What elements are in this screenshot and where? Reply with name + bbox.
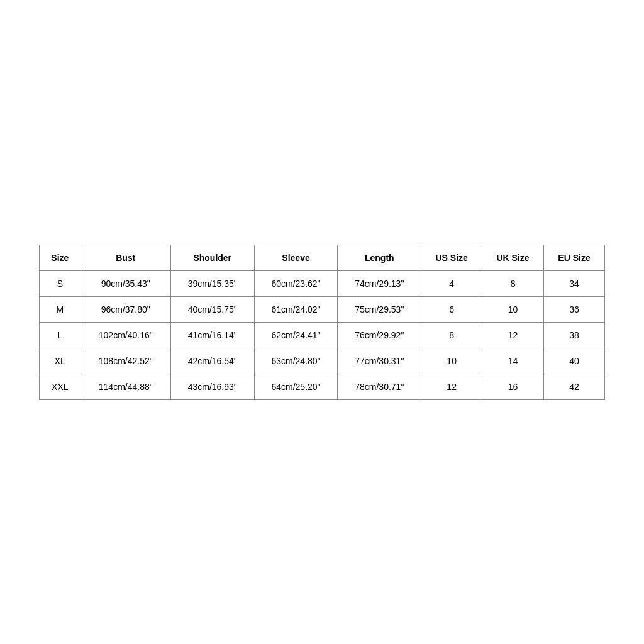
header-sleeve: Sleeve xyxy=(254,245,338,270)
cell-eu-size: 42 xyxy=(544,374,605,399)
table-row: XXL114cm/44.88"43cm/16.93"64cm/25.20"78c… xyxy=(40,374,605,399)
header-eu-size: EU Size xyxy=(544,245,605,270)
cell-sleeve: 62cm/24.41" xyxy=(254,322,338,348)
cell-bust: 114cm/44.88" xyxy=(80,374,170,399)
cell-sleeve: 63cm/24.80" xyxy=(254,348,338,374)
cell-shoulder: 43cm/16.93" xyxy=(170,374,254,399)
header-shoulder: Shoulder xyxy=(170,245,254,270)
cell-sleeve: 60cm/23.62" xyxy=(254,270,338,296)
cell-uk-size: 14 xyxy=(482,348,544,374)
header-size: Size xyxy=(40,245,81,270)
header-uk-size: UK Size xyxy=(482,245,544,270)
header-us-size: US Size xyxy=(421,245,482,270)
cell-eu-size: 40 xyxy=(544,348,605,374)
table-row: M96cm/37.80"40cm/15.75"61cm/24.02"75cm/2… xyxy=(40,296,605,322)
cell-uk-size: 10 xyxy=(482,296,544,322)
cell-us-size: 10 xyxy=(421,348,482,374)
cell-size: L xyxy=(40,322,81,348)
cell-sleeve: 64cm/25.20" xyxy=(254,374,338,399)
cell-size: S xyxy=(40,270,81,296)
cell-us-size: 4 xyxy=(421,270,482,296)
cell-length: 76cm/29.92" xyxy=(338,322,421,348)
cell-eu-size: 38 xyxy=(544,322,605,348)
cell-bust: 108cm/42.52" xyxy=(80,348,170,374)
cell-us-size: 6 xyxy=(421,296,482,322)
cell-bust: 102cm/40.16" xyxy=(80,322,170,348)
cell-length: 78cm/30.71" xyxy=(338,374,421,399)
cell-size: XXL xyxy=(40,374,81,399)
size-chart-table: Size Bust Shoulder Sleeve Length US Size… xyxy=(39,245,605,400)
header-bust: Bust xyxy=(80,245,170,270)
table-row: XL108cm/42.52"42cm/16.54"63cm/24.80"77cm… xyxy=(40,348,605,374)
cell-shoulder: 42cm/16.54" xyxy=(170,348,254,374)
cell-bust: 90cm/35.43" xyxy=(80,270,170,296)
cell-size: M xyxy=(40,296,81,322)
cell-us-size: 12 xyxy=(421,374,482,399)
table-row: L102cm/40.16"41cm/16.14"62cm/24.41"76cm/… xyxy=(40,322,605,348)
size-chart-container: Size Bust Shoulder Sleeve Length US Size… xyxy=(39,245,605,400)
cell-eu-size: 34 xyxy=(544,270,605,296)
table-row: S90cm/35.43"39cm/15.35"60cm/23.62"74cm/2… xyxy=(40,270,605,296)
header-length: Length xyxy=(338,245,421,270)
cell-uk-size: 8 xyxy=(482,270,544,296)
cell-shoulder: 39cm/15.35" xyxy=(170,270,254,296)
cell-uk-size: 16 xyxy=(482,374,544,399)
cell-us-size: 8 xyxy=(421,322,482,348)
cell-length: 75cm/29.53" xyxy=(338,296,421,322)
cell-size: XL xyxy=(40,348,81,374)
cell-bust: 96cm/37.80" xyxy=(80,296,170,322)
cell-eu-size: 36 xyxy=(544,296,605,322)
cell-sleeve: 61cm/24.02" xyxy=(254,296,338,322)
cell-shoulder: 41cm/16.14" xyxy=(170,322,254,348)
cell-shoulder: 40cm/15.75" xyxy=(170,296,254,322)
cell-length: 77cm/30.31" xyxy=(338,348,421,374)
cell-length: 74cm/29.13" xyxy=(338,270,421,296)
table-header-row: Size Bust Shoulder Sleeve Length US Size… xyxy=(40,245,605,270)
cell-uk-size: 12 xyxy=(482,322,544,348)
